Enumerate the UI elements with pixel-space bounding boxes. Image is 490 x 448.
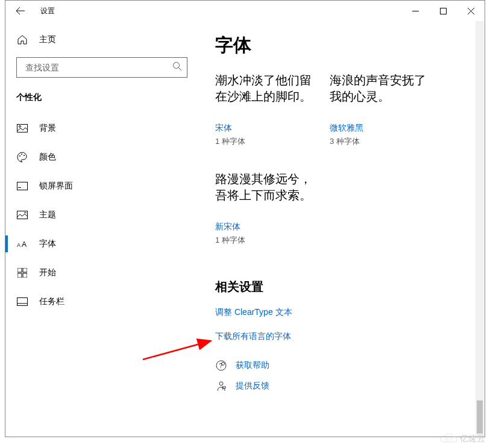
svg-rect-16 [17,298,28,306]
main-content: 字体 潮水冲淡了他们留在沙滩上的脚印。 宋体 1 种字体 海浪的声音安抚了我的心… [198,21,485,437]
start-icon [16,268,28,278]
back-arrow-icon [16,6,25,16]
font-name-link[interactable]: 宋体 [215,123,318,134]
svg-rect-8 [18,187,21,188]
font-count: 1 种字体 [215,235,318,246]
feedback-icon [215,381,227,391]
svg-point-5 [21,154,22,155]
minimize-button[interactable] [401,1,429,21]
font-sample-text: 海浪的声音安抚了我的心灵。 [330,72,432,105]
get-help-link[interactable]: ? 获取帮助 [215,360,468,371]
font-sample-card[interactable]: 潮水冲淡了他们留在沙滩上的脚印。 宋体 1 种字体 [215,72,318,147]
cleartype-link[interactable]: 调整 ClearType 文本 [215,307,468,318]
sidebar-item-label: 任务栏 [39,296,64,307]
sidebar-item-label: 开始 [39,267,56,278]
page-title: 字体 [215,33,468,58]
svg-text:A: A [17,242,20,248]
svg-point-25 [450,438,452,441]
home-icon [16,34,28,45]
close-button[interactable] [457,1,485,21]
sidebar-item-label: 颜色 [39,152,56,163]
window-controls [401,1,485,21]
svg-rect-14 [17,273,22,278]
category-label: 个性化 [5,89,198,114]
related-settings-section: 相关设置 调整 ClearType 文本 下载所有语言的字体 ? 获取帮助 提供… [215,279,468,391]
svg-rect-7 [17,182,28,190]
fonts-icon: AA [16,240,28,248]
feedback-label: 提供反馈 [236,381,269,391]
help-icon: ? [215,360,227,371]
settings-window: 设置 主页 [5,0,485,437]
svg-point-21 [219,382,223,385]
watermark: 亿速云 [439,434,485,444]
home-link[interactable]: 主页 [5,28,198,51]
sidebar-item-label: 锁屏界面 [39,181,73,191]
svg-rect-13 [23,268,27,272]
titlebar: 设置 [5,1,485,21]
font-sample-text: 路漫漫其修远兮，吾将上下而求索。 [215,171,318,204]
sidebar-item-label: 主题 [39,210,56,220]
svg-point-1 [174,63,180,69]
maximize-button[interactable] [429,1,457,21]
taskbar-icon [16,297,28,306]
svg-rect-0 [440,8,446,14]
scrollbar-thumb[interactable] [477,400,483,434]
font-name-link[interactable]: 新宋体 [215,222,318,232]
font-sample-card[interactable]: 海浪的声音安抚了我的心灵。 微软雅黑 3 种字体 [330,72,432,147]
font-samples-grid: 潮水冲淡了他们留在沙滩上的脚印。 宋体 1 种字体 海浪的声音安抚了我的心灵。 … [215,72,468,246]
svg-point-4 [19,155,20,157]
home-label: 主页 [39,34,56,45]
palette-icon [16,152,28,163]
sidebar-item-label: 背景 [39,123,56,134]
font-count: 3 种字体 [330,136,432,147]
sidebar-item-start[interactable]: 开始 [5,258,198,287]
svg-point-6 [24,155,25,156]
window-title: 设置 [40,6,55,16]
search-input[interactable] [25,63,172,72]
get-help-label: 获取帮助 [236,360,269,371]
scrollbar[interactable] [476,21,484,436]
font-sample-card[interactable]: 路漫漫其修远兮，吾将上下而求索。 新宋体 1 种字体 [215,171,318,246]
close-icon [468,8,474,14]
watermark-icon [439,434,457,444]
back-button[interactable] [10,1,31,21]
svg-point-3 [19,126,21,128]
sidebar-item-colors[interactable]: 颜色 [5,143,198,172]
related-heading: 相关设置 [215,279,468,295]
feedback-link[interactable]: 提供反馈 [215,381,468,391]
svg-text:A: A [22,240,27,248]
download-fonts-link[interactable]: 下载所有语言的字体 [215,331,468,342]
font-sample-text: 潮水冲淡了他们留在沙滩上的脚印。 [215,72,318,105]
minimize-icon [412,8,419,14]
sidebar-item-taskbar[interactable]: 任务栏 [5,287,198,316]
sidebar-item-fonts[interactable]: AA 字体 [5,229,198,258]
sidebar-item-background[interactable]: 背景 [5,114,198,143]
watermark-text: 亿速云 [460,434,485,444]
svg-rect-12 [17,268,22,272]
font-name-link[interactable]: 微软雅黑 [330,123,432,134]
svg-point-24 [445,438,448,441]
image-icon [16,124,28,132]
svg-text:?: ? [219,362,223,369]
search-box[interactable] [16,57,187,78]
svg-rect-15 [23,273,27,278]
lockscreen-icon [16,182,28,190]
sidebar-item-label: 字体 [39,238,56,249]
font-count: 1 种字体 [215,136,318,147]
sidebar-item-lockscreen[interactable]: 锁屏界面 [5,172,198,201]
search-icon [172,61,182,73]
sidebar-item-themes[interactable]: 主题 [5,201,198,229]
sidebar: 主页 个性化 背景 颜色 [5,21,198,437]
themes-icon [16,211,28,219]
maximize-icon [440,8,447,14]
